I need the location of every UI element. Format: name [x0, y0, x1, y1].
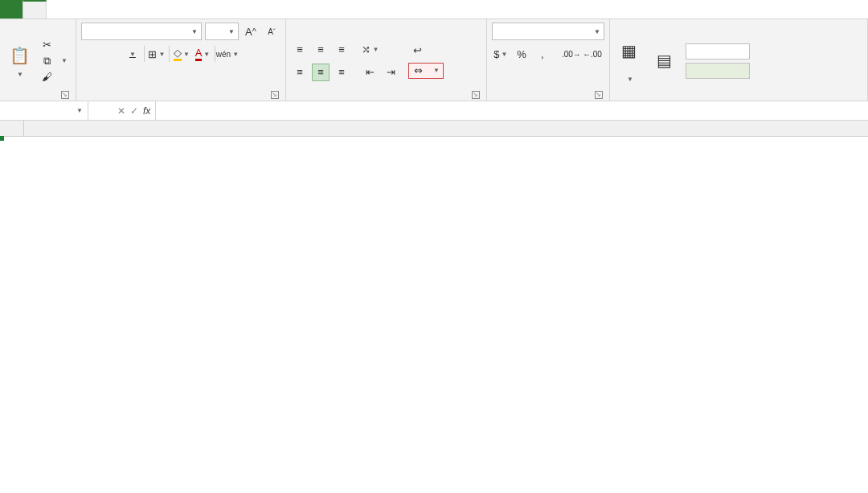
bold-button[interactable] [81, 45, 99, 63]
decrease-decimal-button[interactable]: ←.00 [583, 45, 601, 63]
tab-formula[interactable] [92, 0, 114, 18]
font-launcher[interactable]: ↘ [271, 91, 279, 99]
style-normal[interactable] [686, 43, 750, 60]
conditional-format-button[interactable]: ▦ ▼ [615, 38, 644, 84]
font-grow-button[interactable]: A^ [242, 23, 260, 40]
merge-center-button[interactable]: ⇔▼ [408, 63, 444, 79]
underline-button[interactable]: ▼ [123, 45, 141, 63]
fill-color-button[interactable]: ◇▼ [173, 45, 190, 63]
tab-home[interactable] [23, 0, 47, 18]
ribbon: 📋 ▼ ✂ ⧉▼ 🖌 ↘ ▼ ▼ A^ Aˇ ▼ [0, 19, 868, 101]
orientation-button[interactable]: ⤭▼ [362, 41, 379, 59]
font-shrink-button[interactable]: Aˇ [263, 23, 280, 40]
fill-color-icon: ◇ [174, 47, 182, 61]
grid[interactable] [0, 121, 868, 493]
select-all-corner[interactable] [0, 121, 24, 136]
table-format-icon: ▤ [653, 49, 676, 72]
number-launcher[interactable]: ↘ [595, 91, 603, 99]
border-button[interactable]: ⊞▼ [148, 45, 166, 63]
paste-button[interactable]: 📋 ▼ [5, 43, 34, 80]
paste-icon: 📋 [8, 44, 31, 67]
indent-decrease-button[interactable]: ⇤ [362, 64, 379, 81]
group-clipboard: 📋 ▼ ✂ ⧉▼ 🖌 ↘ [0, 19, 76, 101]
increase-decimal-button[interactable]: .00→ [563, 45, 580, 63]
align-left-button[interactable]: ≡ [291, 64, 309, 81]
copy-icon: ⧉ [40, 55, 53, 68]
confirm-icon[interactable]: ✓ [130, 105, 138, 117]
name-box[interactable]: ▼ [0, 101, 88, 120]
cut-icon: ✂ [40, 39, 53, 51]
format-painter-button[interactable]: 🖌 [37, 70, 71, 84]
merge-icon: ⇔ [412, 64, 425, 77]
font-color-icon: A [195, 47, 203, 61]
conditional-format-icon: ▦ [618, 39, 641, 62]
number-format-combo[interactable]: ▼ [492, 23, 604, 40]
italic-button[interactable] [102, 45, 120, 63]
tab-view[interactable] [159, 0, 182, 18]
active-cell-indicator [0, 137, 3, 140]
tab-data[interactable] [114, 0, 137, 18]
cancel-icon[interactable]: ✕ [117, 105, 125, 117]
align-center-button[interactable]: ≡ [312, 64, 330, 81]
align-top-button[interactable]: ≡ [291, 41, 309, 59]
copy-button[interactable]: ⧉▼ [37, 54, 71, 68]
comma-button[interactable]: , [534, 45, 551, 63]
group-styles: ▦ ▼ ▤ [610, 19, 868, 101]
group-font: ▼ ▼ A^ Aˇ ▼ ⊞▼ ◇▼ A▼ wén▼ ↘ [76, 19, 286, 101]
align-right-button[interactable]: ≡ [333, 64, 350, 81]
alignment-launcher[interactable]: ↘ [472, 91, 480, 99]
font-name-combo[interactable]: ▼ [81, 23, 202, 40]
percent-button[interactable]: % [513, 45, 530, 63]
group-number: ▼ $▼ % , .00→ ←.00 ↘ [487, 19, 610, 101]
format-painter-icon: 🖌 [40, 71, 53, 84]
tab-page-layout[interactable] [69, 0, 92, 18]
font-color-button[interactable]: A▼ [194, 45, 211, 63]
formula-bar-row: ▼ ✕ ✓ fx [0, 101, 868, 121]
cut-button[interactable]: ✂ [37, 38, 71, 52]
phonetic-button[interactable]: wén▼ [219, 45, 236, 63]
tab-insert[interactable] [47, 0, 69, 18]
style-good[interactable] [686, 63, 750, 79]
menu-strip [0, 0, 868, 19]
wrap-text-button[interactable]: ↩ [408, 43, 444, 58]
font-size-combo[interactable]: ▼ [205, 23, 239, 40]
table-format-button[interactable]: ▤ [650, 47, 679, 75]
align-bottom-button[interactable]: ≡ [333, 41, 350, 59]
formula-bar-buttons: ✕ ✓ fx [113, 101, 156, 120]
clipboard-launcher[interactable]: ↘ [61, 91, 69, 99]
group-alignment: ≡ ≡ ≡ ⤭▼ ≡ ≡ ≡ ⇤ ⇥ ↩ ⇔▼ ↘ [286, 19, 487, 101]
indent-increase-button[interactable]: ⇥ [383, 64, 400, 81]
fx-icon[interactable]: fx [143, 105, 150, 117]
formula-input[interactable] [156, 101, 868, 120]
file-button[interactable] [0, 0, 23, 18]
currency-button[interactable]: $▼ [492, 45, 510, 63]
align-middle-button[interactable]: ≡ [312, 41, 330, 59]
wrap-icon: ↩ [411, 44, 424, 57]
tab-review[interactable] [137, 0, 159, 18]
